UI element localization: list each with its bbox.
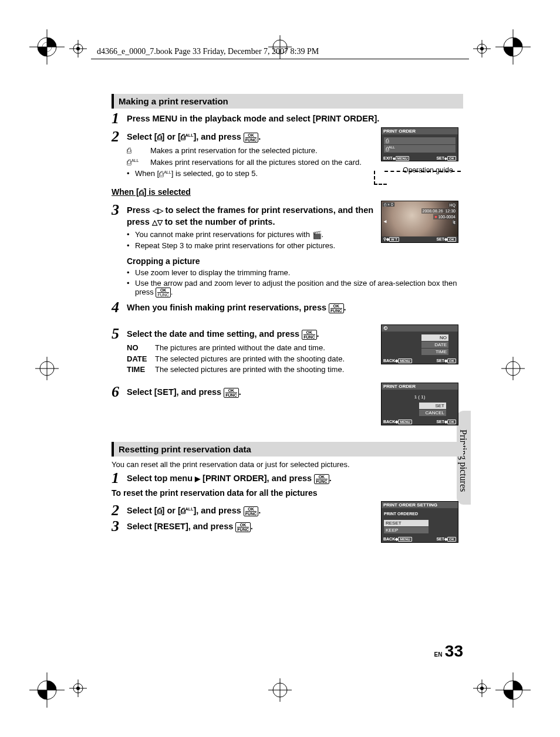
step-1-text: Press MENU in the playback mode and sele… — [127, 113, 463, 125]
print-single-icon: ⎙ — [157, 506, 162, 516]
reset-intro: You can reset all the print reservation … — [112, 460, 463, 469]
lcd-print-order: PRINT ORDER ⎙ ⎙ALL EXIT◆MENU SET◆OK — [381, 127, 458, 161]
lcd-reset: PRINT ORDER SETTING PRINT ORDERED RESET … — [381, 501, 458, 543]
print-all-icon: ⎙ALL — [159, 170, 171, 178]
note-repeat: •Repeat Step 3 to make print reservation… — [127, 241, 375, 250]
print-all-icon: ⎙ALL — [127, 157, 150, 168]
step-5: 5 Select the date and time setting, and … — [112, 327, 375, 340]
register-mark-icon — [69, 679, 87, 697]
ok-func-icon: OKFUNC — [156, 288, 170, 297]
operation-guide-label: Operation guide — [381, 166, 463, 174]
print-single-icon: ⎙ — [157, 132, 162, 143]
crop-mark-icon — [29, 672, 65, 708]
reset-step-2-text: Select [⎙] or [⎙ALL], and press OKFUNC. — [127, 505, 375, 517]
crop-mark-icon — [29, 351, 65, 386]
crop-mark-icon — [495, 351, 531, 386]
reset-step-1: 1 Select top menu ▶ [PRINT ORDER], and p… — [112, 472, 463, 485]
arrow-up-down-icon: △▽ — [152, 218, 163, 226]
lcd-set-cancel: PRINT ORDER 1 ( 1) SET CANCEL BACK◆MENU … — [381, 383, 458, 425]
header-rule — [91, 59, 469, 59]
section-heading-resetting: Resetting print reservation data — [112, 442, 463, 457]
ok-func-icon: OKFUNC — [235, 522, 250, 532]
cropping-heading: Cropping a picture — [127, 256, 463, 266]
step-4: 4 When you finish making print reservati… — [112, 301, 463, 314]
step-3: 3 Press ◁▷ to select the frames for prin… — [112, 204, 375, 228]
opt-date: DATE — [127, 354, 155, 364]
register-mark-icon — [69, 40, 87, 58]
svg-point-28 — [76, 47, 80, 50]
ok-func-icon: OKFUNC — [224, 388, 238, 398]
reset-all-heading: To reset the print reservation data for … — [112, 488, 463, 498]
ok-func-icon: OKFUNC — [314, 474, 329, 484]
reset-step-3: 3 Select [RESET], and press OKFUNC. — [112, 520, 375, 533]
opt-time: TIME — [127, 364, 155, 375]
running-header: d4366_e_0000_7.book Page 33 Friday, Dece… — [97, 47, 319, 56]
ok-func-icon: OKFUNC — [329, 303, 343, 313]
reset-step-1-text: Select top menu ▶ [PRINT ORDER], and pre… — [127, 473, 463, 485]
step-1: 1 Press MENU in the playback mode and se… — [112, 112, 463, 125]
ok-func-icon: OKFUNC — [244, 133, 258, 143]
print-single-icon: ⎙ — [127, 146, 150, 156]
print-all-desc: Makes print reservations for all the pic… — [150, 157, 375, 168]
callout-line — [374, 171, 387, 185]
print-single-icon: ⎙ — [139, 188, 144, 197]
crop-mark-icon — [495, 29, 531, 65]
svg-point-40 — [480, 687, 484, 690]
lcd-date-time: ⏲ NO DATE TIME BACK◆MENU SET◆OK — [381, 324, 458, 364]
step-2-text: Select [⎙] or [⎙ALL], and press OKFUNC. — [127, 131, 375, 143]
crop-bullet-2: •Use the arrow pad and zoom lever to adj… — [127, 279, 463, 297]
register-mark-icon — [473, 40, 491, 58]
print-all-icon: ⎙ALL — [181, 132, 194, 143]
arrow-right-icon: ▶ — [195, 475, 200, 483]
print-single-desc: Makes a print reservation for the select… — [150, 146, 375, 156]
step-6-text: Select [SET], and press OKFUNC. — [127, 387, 375, 398]
crop-mark-icon — [262, 672, 298, 708]
note-movie: •You cannot make print reservations for … — [127, 230, 375, 239]
step-3-text: Press ◁▷ to select the frames for print … — [127, 205, 375, 228]
note-goto5: •When [⎙ALL] is selected, go to step 5. — [127, 169, 375, 178]
step-2: 2 Select [⎙] or [⎙ALL], and press OKFUNC… — [112, 130, 375, 143]
ok-func-icon: OKFUNC — [244, 506, 258, 516]
reset-step-3-text: Select [RESET], and press OKFUNC. — [127, 521, 375, 533]
opt-no: NO — [127, 343, 155, 353]
step-5-text: Select the date and time setting, and pr… — [127, 329, 375, 340]
crop-mark-icon — [29, 29, 65, 65]
print-all-icon: ⎙ALL — [181, 506, 194, 516]
lcd-frame-select: ⎙ × 0 ◄ ► HQ 2008.08.26 12:30 ■ 100-0004… — [381, 201, 458, 243]
register-mark-icon — [473, 679, 491, 697]
section-heading-making: Making a print reservation — [112, 94, 463, 109]
svg-point-36 — [76, 687, 80, 690]
step-4-text: When you finish making print reservation… — [127, 302, 463, 314]
arrow-left-right-icon: ◁▷ — [153, 207, 163, 215]
movie-icon: 🎬 — [312, 231, 322, 239]
step-6: 6 Select [SET], and press OKFUNC. — [112, 386, 375, 398]
svg-point-32 — [480, 47, 484, 50]
crop-bullet-1: •Use zoom lever to display the trimming … — [127, 268, 463, 277]
page-number: EN 33 — [434, 642, 463, 661]
callout-line — [384, 171, 461, 172]
crop-mark-icon — [495, 672, 531, 708]
when-selected-heading: When [⎙] is selected — [112, 187, 463, 197]
reset-step-2: 2 Select [⎙] or [⎙ALL], and press OKFUNC… — [112, 504, 375, 517]
ok-func-icon: OKFUNC — [302, 330, 316, 340]
